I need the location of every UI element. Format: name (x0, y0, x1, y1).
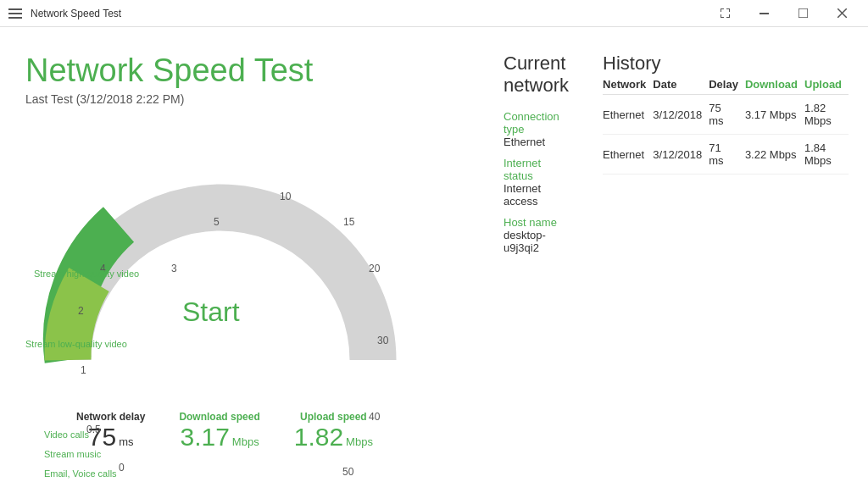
scale-20: 20 (369, 263, 380, 274)
window-title: Network Speed Test (31, 8, 705, 19)
maximize-button[interactable] (783, 0, 822, 27)
main-content: Network Speed Test Last Test (3/12/2018 … (0, 27, 868, 482)
annotation-stream-hq: Stream high-quality video (34, 269, 139, 279)
scale-15: 15 (343, 216, 354, 228)
col-delay: Delay (709, 75, 745, 95)
scale-10: 10 (280, 191, 291, 202)
cell-upload-0: 1.82 Mbps (804, 95, 849, 135)
minimize-button[interactable] (744, 0, 783, 27)
scale-30: 30 (377, 335, 388, 346)
host-name-label: Host name (504, 216, 569, 229)
current-network-title: Current network (504, 53, 569, 97)
svg-rect-2 (8, 17, 22, 19)
scale-0: 0 (119, 462, 125, 474)
menu-icon[interactable] (7, 5, 24, 22)
scale-50: 50 (342, 466, 353, 478)
cell-download-1: 3.22 Mbps (745, 135, 804, 175)
expand-button[interactable] (705, 0, 744, 27)
svg-rect-4 (798, 8, 808, 18)
app-title: Network Speed Test (25, 53, 313, 89)
connection-type-label: Connection type (504, 110, 569, 136)
scale-5: 5 (214, 216, 220, 228)
table-row: Ethernet 3/12/2018 71 ms 3.22 Mbps 1.84 … (603, 135, 849, 175)
download-unit: Mbps (232, 435, 259, 448)
window-controls (705, 0, 861, 27)
cell-date-0: 3/12/2018 (653, 95, 709, 135)
history-title: History (603, 53, 849, 75)
gauge-container: 4 3 2 1 0.5 0 5 10 15 20 30 40 50 Stream… (25, 131, 415, 402)
cell-date-1: 3/12/2018 (653, 135, 709, 175)
current-network-section: Current network Connection type Ethernet… (504, 53, 569, 256)
cell-delay-1: 71 ms (709, 135, 745, 175)
right-panel: Current network Connection type Ethernet… (487, 44, 843, 465)
svg-rect-0 (8, 8, 22, 10)
delay-unit: ms (119, 435, 133, 448)
annotation-email: Email, Voice calls (44, 468, 117, 479)
history-table: Network Date Delay Download Upload Ether… (603, 75, 849, 175)
close-button[interactable] (822, 0, 861, 27)
internet-status-value: Internet access (504, 182, 569, 208)
download-value: 3.17 (180, 423, 229, 452)
table-header-row: Network Date Delay Download Upload (603, 75, 849, 95)
annotation-video-calls: Video calls (44, 429, 89, 440)
scale-2: 2 (78, 305, 84, 317)
upload-value: 1.82 (294, 423, 343, 452)
last-test-label: Last Test (3/12/2018 2:22 PM) (25, 92, 184, 106)
cell-network-1: Ethernet (603, 135, 653, 175)
col-upload: Upload (804, 75, 849, 95)
start-button[interactable]: Start (182, 296, 240, 328)
internet-status-label: Internet status (504, 157, 569, 182)
col-network: Network (603, 75, 653, 95)
titlebar: Network Speed Test (0, 0, 868, 27)
scale-3: 3 (171, 263, 177, 274)
upload-unit: Mbps (346, 435, 373, 448)
scale-1: 1 (81, 364, 86, 376)
cell-delay-0: 75 ms (709, 95, 745, 135)
cell-upload-1: 1.84 Mbps (804, 135, 849, 175)
cell-network-0: Ethernet (603, 95, 653, 135)
upload-speed-stat: Upload speed 1.82 Mbps (294, 411, 373, 452)
cell-download-0: 3.17 Mbps (745, 95, 804, 135)
annotation-stream-lq: Stream low-quality video (25, 339, 127, 349)
col-date: Date (653, 75, 709, 95)
left-panel: Network Speed Test Last Test (3/12/2018 … (25, 44, 487, 465)
svg-rect-3 (760, 13, 769, 14)
delay-label: Network delay (76, 411, 145, 423)
download-label: Download speed (179, 411, 259, 423)
right-content: Current network Connection type Ethernet… (504, 53, 843, 256)
annotation-stream-music: Stream music (44, 449, 101, 459)
connection-type-value: Ethernet (504, 136, 569, 148)
table-row: Ethernet 3/12/2018 75 ms 3.17 Mbps 1.82 … (603, 95, 849, 135)
upload-label: Upload speed (300, 411, 367, 423)
svg-rect-1 (8, 13, 22, 14)
history-section: History Network Date Delay Download Uplo… (603, 53, 849, 256)
col-download: Download (745, 75, 804, 95)
download-speed-stat: Download speed 3.17 Mbps (179, 411, 259, 452)
host-name-value: desktop-u9j3qi2 (504, 229, 569, 254)
scale-40: 40 (369, 411, 380, 423)
